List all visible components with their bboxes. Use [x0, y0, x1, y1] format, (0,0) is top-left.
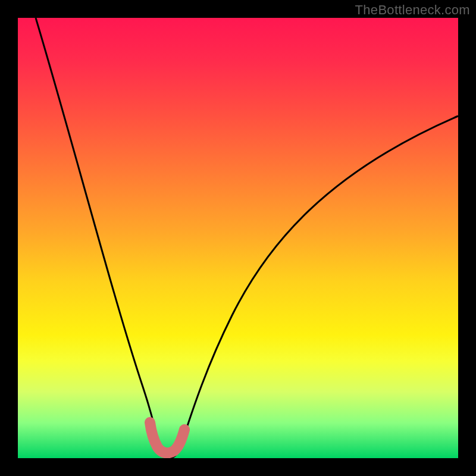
optimal-zone-marker — [150, 422, 184, 453]
curve-path — [36, 18, 458, 458]
plot-area — [18, 18, 458, 458]
chart-frame: TheBottleneck.com — [0, 0, 476, 476]
bottleneck-curve — [18, 18, 458, 458]
watermark-text: TheBottleneck.com — [355, 2, 470, 18]
